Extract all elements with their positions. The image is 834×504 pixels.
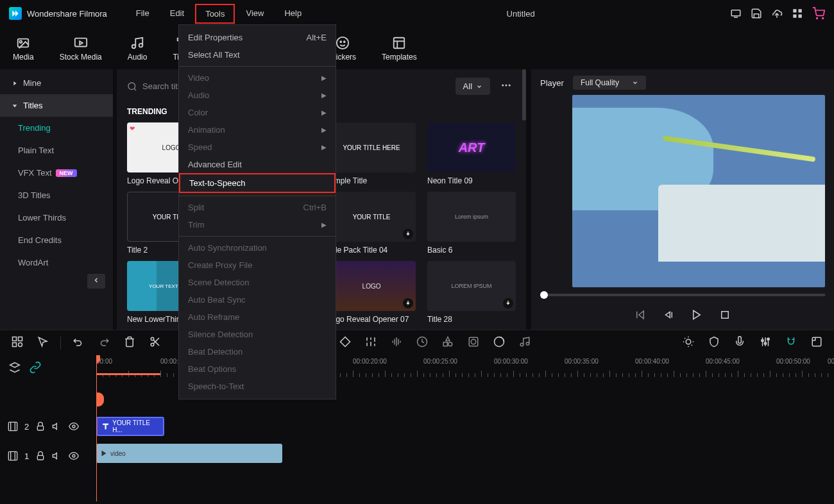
scrub-bar[interactable] [540,294,825,296]
mask-icon[interactable] [465,333,482,352]
mute-icon[interactable] [52,451,62,461]
save-icon[interactable] [751,8,762,19]
sidebar-item-plain-text[interactable]: Plain Text [0,139,113,162]
menu-item-advanced-edit[interactable]: Advanced Edit [179,156,336,173]
layers-icon[interactable] [9,362,21,373]
menu-edit[interactable]: Edit [160,4,194,24]
title-clip[interactable]: YOUR TITLE H... [96,417,164,436]
filter-dropdown[interactable]: All [455,78,490,95]
mute-icon[interactable] [52,421,62,432]
sidebar-item-end-credits[interactable]: End Credits [0,229,113,251]
sidebar-item-wordart[interactable]: WordArt [0,251,113,274]
sidebar-item-3d-titles[interactable]: 3D Titles [0,184,113,206]
track-header-2: 2 [0,414,96,439]
film-icon[interactable] [8,421,18,432]
svg-line-72 [685,338,685,339]
menu-tools[interactable]: Tools [195,4,235,24]
submenu-arrow-icon: ▶ [321,74,327,81]
scrollbar[interactable] [522,69,526,121]
split-icon[interactable] [147,333,164,352]
video-clip[interactable]: video [96,444,282,463]
film-icon[interactable] [8,451,18,461]
lock-icon[interactable] [35,421,46,432]
svg-rect-64 [443,342,447,346]
prev-frame-button[interactable] [634,309,646,321]
mic-icon[interactable] [731,333,748,352]
display-icon[interactable] [730,8,742,19]
svg-point-7 [822,18,824,19]
cloud-upload-icon[interactable] [771,8,783,19]
tab-icon [74,36,88,50]
marker-handle[interactable] [96,392,104,407]
sidebar-item-trending[interactable]: Trending [0,117,113,139]
submenu-arrow-icon: ▶ [321,221,327,228]
menu-view[interactable]: View [236,4,273,24]
keyframe-icon[interactable] [337,333,353,352]
play-button[interactable] [691,309,702,321]
menu-item-select-all-text[interactable]: Select All Text [179,46,336,63]
asset-card[interactable]: LOGOLogo Reveal Opener 07 [327,261,416,324]
more-options-button[interactable] [497,76,516,97]
link-icon[interactable] [30,362,41,373]
tab-icon [336,36,350,50]
download-icon[interactable] [503,298,513,308]
collapse-sidebar-button[interactable] [87,274,105,289]
menu-item-color: Color▶ [179,104,336,121]
lock-icon[interactable] [35,451,46,461]
timeline: 2 1 00:0000:00:05:0000:00:20:0000:00:25:… [0,355,834,501]
fullscreen-icon[interactable] [808,333,825,352]
track-2[interactable]: YOUR TITLE H... [96,414,834,439]
sun-icon[interactable] [680,333,697,352]
scrub-handle[interactable] [540,291,548,299]
in-out-marker[interactable] [96,373,160,375]
marker-icon[interactable] [706,333,722,352]
sidebar-item-lower-thirds[interactable]: Lower Thirds [0,206,113,229]
asset-card[interactable]: ARTNeon Title 09 [427,122,516,185]
undo-icon[interactable] [70,333,87,352]
tab-media[interactable]: Media [0,32,47,69]
menu-item-edit-properties[interactable]: Edit PropertiesAlt+E [179,29,336,46]
svg-point-30 [509,85,511,87]
download-icon[interactable] [403,229,413,239]
quality-dropdown[interactable]: Full Quality [573,76,646,90]
audio-wave-icon[interactable] [388,333,405,352]
apps-icon[interactable] [792,8,803,19]
magnet-icon[interactable] [783,333,799,352]
delete-icon[interactable] [121,333,138,352]
asset-card[interactable]: Lorem ipsumBasic 6 [427,192,516,255]
sidebar-group-mine[interactable]: Mine [0,72,113,94]
asset-card[interactable]: YOUR TITLE HERESimple Title [327,122,416,185]
playhead[interactable] [96,355,97,501]
redo-icon[interactable] [96,333,112,352]
asset-card[interactable]: LOREM IPSUMTitle 28 [427,261,516,324]
step-back-button[interactable] [663,309,674,321]
cart-icon[interactable] [812,7,825,20]
submenu-arrow-icon: ▶ [321,109,327,116]
asset-card[interactable]: YOUR TITLETitle Pack Title 04 [327,192,416,255]
tab-audio[interactable]: Audio [115,32,160,69]
chroma-icon[interactable] [491,333,507,352]
svg-point-26 [128,83,135,90]
svg-rect-0 [731,10,740,16]
plugins-icon[interactable] [9,333,26,352]
eye-icon[interactable] [69,451,79,461]
tab-templates[interactable]: Templates [369,32,430,69]
music-icon[interactable] [516,333,533,352]
track-1[interactable]: video [96,441,834,476]
sidebar-item-vfx-text[interactable]: VFX TextNEW [0,162,113,184]
menu-item-text-to-speech[interactable]: Text-to-Speech [179,173,336,193]
eye-icon[interactable] [69,421,79,432]
speed-icon[interactable] [414,333,430,352]
tab-stock-media[interactable]: Stock Media [47,32,115,69]
menu-file[interactable]: File [126,4,159,24]
menu-help[interactable]: Help [275,4,311,24]
adjust-icon[interactable] [362,333,379,352]
timeline-track-headers: 2 1 [0,355,96,501]
preview-video[interactable] [572,95,825,287]
pointer-icon[interactable] [35,333,51,352]
stop-button[interactable] [719,309,731,321]
sidebar-group-titles[interactable]: Titles [0,94,113,117]
color-icon[interactable] [439,333,456,352]
download-icon[interactable] [403,298,413,308]
mixer-icon[interactable] [757,333,774,352]
